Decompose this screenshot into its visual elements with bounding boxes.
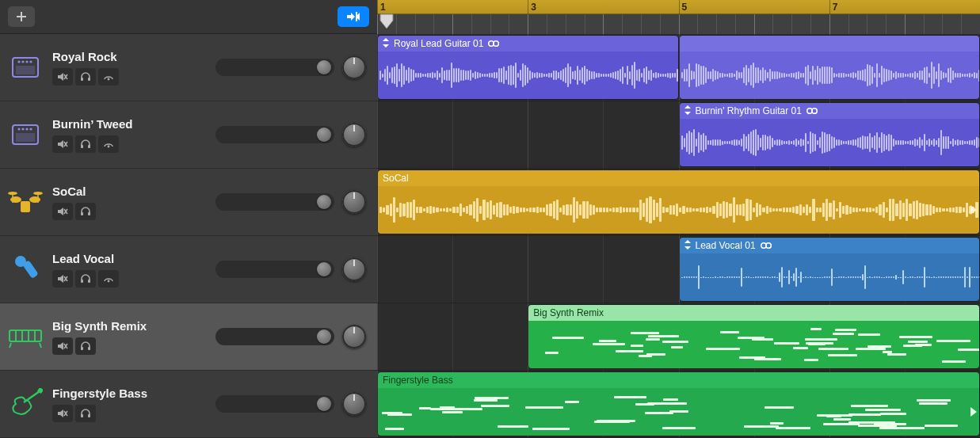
mute-button[interactable] (52, 337, 73, 355)
solo-button[interactable] (75, 405, 96, 422)
volume-slider[interactable] (215, 59, 334, 76)
region-label: Burnin' Rhythm Guitar 01 (696, 105, 802, 116)
volume-slider[interactable] (215, 395, 334, 413)
plus-icon (16, 11, 27, 22)
svg-line-54 (10, 343, 11, 348)
track-row[interactable]: Lead Vocal (0, 236, 377, 303)
volume-thumb[interactable] (317, 397, 331, 411)
mute-button[interactable] (52, 68, 73, 86)
region-body[interactable] (528, 321, 979, 368)
region-header[interactable]: Burnin' Rhythm Guitar 01 (680, 103, 980, 119)
volume-slider[interactable] (215, 261, 334, 278)
input-monitor-button[interactable] (98, 68, 119, 86)
region-body[interactable] (680, 119, 980, 166)
track-name-label[interactable]: Burnin’ Tweed (52, 117, 208, 131)
mute-icon (57, 207, 68, 216)
mute-button[interactable] (52, 203, 73, 220)
mute-button[interactable] (52, 270, 73, 288)
track-lane[interactable]: Royal Lead Guitar 01 (377, 34, 980, 101)
volume-thumb[interactable] (317, 262, 331, 276)
catch-playhead-button[interactable] (337, 6, 369, 27)
track-lane[interactable]: Big Synth Remix (377, 303, 980, 371)
solo-button[interactable] (75, 135, 96, 153)
solo-button[interactable] (75, 270, 96, 288)
region-body[interactable] (378, 388, 979, 436)
track-lane[interactable]: Fingerstyle Bass (377, 371, 980, 438)
solo-button[interactable] (75, 203, 96, 220)
region[interactable]: SoCal (377, 169, 980, 234)
track-header-main: Fingerstyle Bass (52, 387, 208, 422)
region[interactable]: Lead Vocal 01 (679, 237, 981, 302)
track-name-label[interactable]: Big Synth Remix (52, 319, 208, 333)
solo-button[interactable] (75, 337, 96, 355)
pan-knob[interactable] (342, 123, 366, 147)
svg-point-22 (29, 128, 32, 130)
volume-thumb[interactable] (317, 128, 331, 142)
pan-knob[interactable] (342, 392, 366, 416)
volume-thumb[interactable] (317, 60, 331, 74)
svg-rect-42 (22, 260, 39, 279)
track-lane[interactable]: SoCal (377, 169, 980, 236)
track-name-label[interactable]: Fingerstyle Bass (52, 387, 208, 400)
track-lane[interactable]: Lead Vocal 01 (377, 236, 980, 303)
region-header[interactable]: Lead Vocal 01 (680, 238, 980, 253)
ruler-bars[interactable]: 1357 (377, 0, 980, 14)
region[interactable]: Fingerstyle Bass (377, 371, 980, 436)
svg-point-7 (17, 60, 20, 63)
pan-knob[interactable] (342, 190, 366, 214)
region-body[interactable] (378, 186, 979, 234)
region-label: Big Synth Remix (533, 307, 604, 318)
volume-slider[interactable] (215, 328, 334, 345)
arrangement-lanes[interactable]: Royal Lead Guitar 01Burnin' Rhythm Guita… (377, 34, 980, 438)
region-body[interactable] (378, 51, 678, 99)
bar-number-label: 3 (528, 0, 536, 14)
region-header[interactable]: Fingerstyle Bass (378, 372, 979, 388)
track-row[interactable]: Royal Rock (0, 34, 377, 101)
region-header[interactable]: SoCal (378, 170, 979, 186)
volume-slider[interactable] (215, 193, 334, 211)
catch-playhead-icon (345, 11, 362, 22)
svg-marker-43 (58, 275, 63, 283)
track-row[interactable]: SoCal (0, 169, 377, 236)
mute-button[interactable] (52, 135, 73, 153)
track-row[interactable]: Burnin’ Tweed (0, 101, 377, 169)
track-name-label[interactable]: Royal Rock (52, 50, 208, 63)
pan-knob[interactable] (342, 55, 366, 79)
pan-knob[interactable] (342, 257, 366, 281)
region[interactable]: Big Synth Remix (528, 304, 980, 369)
track-header-main: Lead Vocal (52, 252, 208, 288)
track-buttons (52, 405, 208, 422)
region[interactable]: Burnin' Rhythm Guitar 01 (679, 102, 981, 167)
region[interactable]: Royal Lead Guitar 01 (377, 35, 679, 100)
add-track-button[interactable] (8, 6, 35, 27)
input-monitor-button[interactable] (98, 135, 119, 153)
region-body[interactable] (680, 51, 980, 99)
region[interactable] (679, 35, 981, 100)
volume-thumb[interactable] (317, 195, 331, 209)
track-name-label[interactable]: Lead Vocal (52, 252, 208, 265)
track-lane[interactable]: Burnin' Rhythm Guitar 01 (377, 101, 980, 169)
region-header[interactable]: Big Synth Remix (528, 305, 979, 321)
pan-knob[interactable] (342, 325, 366, 348)
ruler-ticks[interactable] (377, 14, 980, 34)
track-row[interactable]: Fingerstyle Bass (0, 371, 377, 438)
volume-thumb[interactable] (317, 329, 331, 344)
region-label: Fingerstyle Bass (383, 375, 453, 386)
svg-rect-66 (81, 414, 83, 417)
region-header[interactable] (680, 36, 980, 51)
track-name-label[interactable]: SoCal (52, 185, 208, 198)
ruler[interactable]: 1357 (377, 0, 980, 34)
input-icon (103, 139, 114, 149)
volume-slider[interactable] (215, 126, 334, 143)
solo-button[interactable] (75, 68, 96, 86)
bar-number-label: 1 (377, 0, 386, 14)
continues-arrow-icon (970, 205, 977, 215)
mute-button[interactable] (52, 405, 73, 422)
track-row[interactable]: Big Synth Remix (0, 303, 377, 371)
region-header[interactable]: Royal Lead Guitar 01 (378, 36, 678, 51)
svg-marker-11 (58, 73, 63, 81)
region-drag-icon (383, 38, 389, 50)
track-header-main: Burnin’ Tweed (52, 117, 208, 153)
input-monitor-button[interactable] (98, 270, 119, 288)
region-body[interactable] (680, 253, 980, 301)
